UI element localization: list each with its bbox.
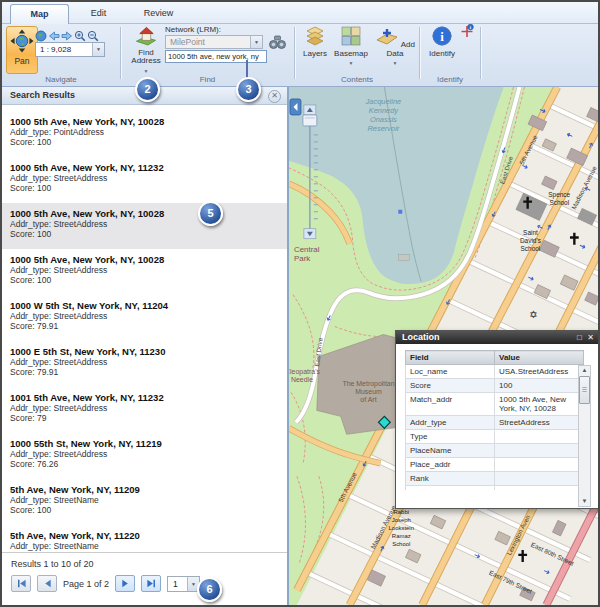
attribute-value <box>495 458 584 472</box>
next-page-button[interactable] <box>115 575 135 592</box>
attribute-row-clipped <box>406 486 584 491</box>
basemap-button[interactable]: Basemap ▼ <box>333 25 369 68</box>
group-find: Find Address ▼ Network (LRM): MilePoint … <box>121 24 294 85</box>
search-result-item[interactable]: 1001 5th Ave, New York, NY, 11232Addr_ty… <box>2 387 287 433</box>
results-summary: Results 1 to 10 of 20 <box>2 553 287 569</box>
scroll-thumb[interactable]: ☰ <box>579 376 590 404</box>
search-result-item[interactable]: 1000 5th Ave, New York, NY, 10028Addr_ty… <box>2 249 287 295</box>
search-result-item[interactable]: 5th Ave, New York, NY, 11209Addr_type: S… <box>2 479 287 525</box>
scroll-up-arrow[interactable]: ▲ <box>579 366 590 375</box>
svg-text:School: School <box>392 541 410 547</box>
search-result-item[interactable]: 1000 W 5th St, New York, NY, 11204Addr_t… <box>2 295 287 341</box>
svg-text:Ramaz: Ramaz <box>392 533 411 539</box>
find-address-dropdown-arrow[interactable]: ▼ <box>128 67 164 76</box>
network-lrm-value: MilePoint <box>170 37 205 47</box>
result-addr-type: Addr_type: PointAddress <box>10 127 279 137</box>
first-page-button[interactable] <box>11 575 31 592</box>
add-data-icon <box>375 25 399 47</box>
step-badge-6: 6 <box>197 577 222 602</box>
identify-button[interactable]: i Identify <box>424 25 460 58</box>
page-number-combo[interactable]: 1 ▼ <box>167 576 200 592</box>
result-address: 5th Ave, New York, NY, 11209 <box>10 484 279 495</box>
svg-text:Needle: Needle <box>291 376 313 383</box>
ribbon-tab-bar: Map Edit Review <box>2 2 598 24</box>
network-lrm-label: Network (LRM): <box>165 25 221 34</box>
location-attributes-table: Field Value Loc_nameUSA.StreetAddressSco… <box>405 350 584 490</box>
result-addr-type: Addr_type: StreetAddress <box>10 311 279 321</box>
identify-crosshair-icon[interactable]: i <box>460 24 474 38</box>
search-binoculars-icon[interactable] <box>269 35 286 50</box>
pan-globe-icon <box>10 29 34 53</box>
tab-map[interactable]: Map <box>10 4 69 24</box>
next-extent-button[interactable] <box>61 28 73 40</box>
result-score: Score: 79 <box>10 413 279 423</box>
full-extent-button[interactable] <box>35 28 47 40</box>
search-result-item[interactable]: 1000 5th Ave, New York, NY, 10028Addr_ty… <box>2 111 287 157</box>
close-icon[interactable]: ✕ <box>585 331 596 344</box>
svg-text:Cleopatra's: Cleopatra's <box>289 368 320 376</box>
group-navigate: Pan 1 : 9,028 ▼ <box>2 24 120 85</box>
result-addr-type: Addr_type: StreetAddress <box>10 219 279 229</box>
search-result-item[interactable]: 5th Ave, New York, NY, 11220Addr_type: S… <box>2 525 287 553</box>
attribute-field: PlaceName <box>406 444 495 458</box>
search-results-list: 1000 5th Ave, New York, NY, 10028Addr_ty… <box>2 104 287 553</box>
last-page-button[interactable] <box>141 575 161 592</box>
synagogue-star-icon: ✡ <box>529 309 537 320</box>
find-address-label2: Address <box>128 57 164 66</box>
layers-label: Layers <box>303 49 327 58</box>
ribbon: Map Edit Review Pan <box>2 2 598 87</box>
add-data-button[interactable]: Add Data ▼ <box>375 25 415 68</box>
tab-edit[interactable]: Edit <box>70 4 127 23</box>
svg-text:Central: Central <box>294 245 320 254</box>
result-address: 1001 5th Ave, New York, NY, 11232 <box>10 392 279 403</box>
zoom-out-button[interactable] <box>87 28 99 40</box>
scale-combo[interactable]: 1 : 9,028 ▼ <box>35 42 105 57</box>
zoom-in-button[interactable] <box>74 28 86 40</box>
pagination-controls: Page 1 of 2 1 ▼ <box>11 575 200 592</box>
search-results-title: Search Results <box>10 90 75 100</box>
result-score: Score: 100 <box>10 137 279 147</box>
svg-text:The Metropolitan: The Metropolitan <box>342 380 394 388</box>
step-badge-5: 5 <box>198 201 223 226</box>
address-search-input[interactable] <box>165 50 267 63</box>
spence-school-label: Spence School <box>548 191 570 206</box>
add-data-dropdown-arrow[interactable]: ▼ <box>375 59 415 68</box>
attribute-row: Type <box>406 430 584 444</box>
map-viewport[interactable]: ✡ Jacqueline Kennedy Onassis Reservoir C… <box>289 87 598 605</box>
attribute-row: Loc_nameUSA.StreetAddress <box>406 365 584 379</box>
result-address: 1000 5th Ave, New York, NY, 11232 <box>10 162 279 173</box>
pan-button[interactable]: Pan <box>6 26 38 74</box>
page-number-value: 1 <box>173 579 178 589</box>
layers-button[interactable]: Layers <box>297 25 333 58</box>
maximize-icon[interactable]: □ <box>574 331 585 344</box>
attribute-row: Score100 <box>406 379 584 393</box>
scroll-down-arrow[interactable]: ▼ <box>579 497 590 506</box>
attribute-value <box>495 472 584 486</box>
result-address: 1000 E 5th St, New York, NY, 11230 <box>10 346 279 357</box>
previous-page-button[interactable] <box>37 575 57 592</box>
zoom-slider-thumb[interactable] <box>303 115 317 126</box>
panel-collapse-button[interactable] <box>290 99 301 115</box>
identify-group-label: Identify <box>420 75 480 84</box>
location-popup-title: Location <box>402 332 440 342</box>
location-popup-titlebar[interactable]: Location □ ✕ <box>396 331 598 344</box>
popup-scrollbar[interactable]: ▲ ☰ ▼ <box>578 365 591 507</box>
result-addr-type: Addr_type: StreetName <box>10 495 279 505</box>
search-result-item[interactable]: 1000 5th Ave, New York, NY, 10028Addr_ty… <box>2 203 287 249</box>
attribute-row: Match_addr1000 5th Ave, New York, NY, 10… <box>406 393 584 416</box>
page-indicator: Page 1 of 2 <box>63 579 109 589</box>
panel-close-icon[interactable]: ✕ <box>268 90 281 103</box>
scale-dropdown-arrow[interactable]: ▼ <box>92 43 104 56</box>
previous-extent-button[interactable] <box>48 28 60 40</box>
svg-text:Jacqueline: Jacqueline <box>365 97 402 106</box>
attribute-field: Match_addr <box>406 393 495 416</box>
search-result-item[interactable]: 1000 E 5th St, New York, NY, 11230Addr_t… <box>2 341 287 387</box>
search-result-item[interactable]: 1000 55th St, New York, NY, 11219Addr_ty… <box>2 433 287 479</box>
network-lrm-combo[interactable]: MilePoint ▼ <box>165 35 263 49</box>
find-address-button[interactable]: Find Address ▼ <box>128 25 164 75</box>
tab-review[interactable]: Review <box>130 4 187 23</box>
svg-text:Museum: Museum <box>355 388 382 395</box>
search-result-item[interactable]: 1000 5th Ave, New York, NY, 11232Addr_ty… <box>2 157 287 203</box>
svg-text:Joseph: Joseph <box>392 517 411 523</box>
basemap-dropdown-arrow[interactable]: ▼ <box>333 59 369 68</box>
